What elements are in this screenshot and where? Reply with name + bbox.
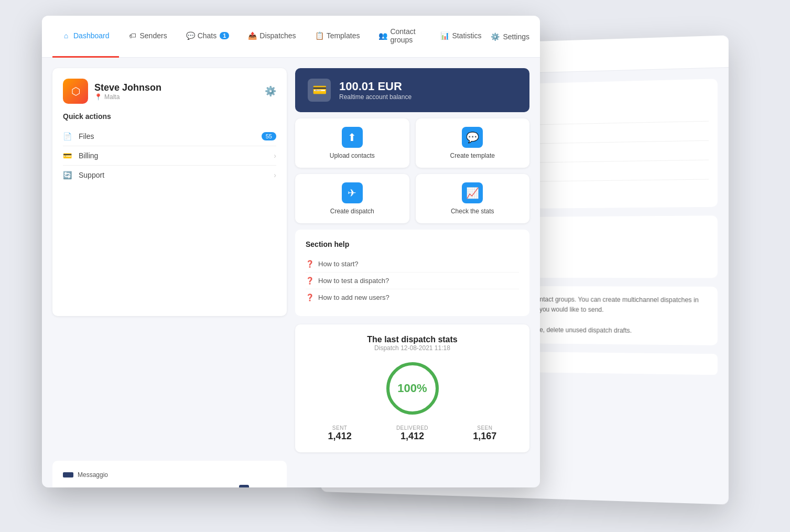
percent-circle: 100% xyxy=(386,362,439,415)
nav-item-senders[interactable]: 🏷 Senders xyxy=(119,16,177,58)
create-template-icon: 💬 xyxy=(462,127,483,148)
help-item-2[interactable]: ❓ How to add new users? xyxy=(306,289,519,306)
help-card: Section help ❓ How to start? ❓ How to te… xyxy=(295,230,529,316)
quick-actions-title: Quick actions xyxy=(63,112,276,121)
user-name: Steve Johnson xyxy=(94,82,161,93)
dispatch-icon: 📤 xyxy=(248,31,256,40)
help-item-0[interactable]: ❓ How to start? xyxy=(306,256,519,273)
main-window: ⌂ Dashboard 🏷 Senders 💬 Chats 1 📤 Dispat… xyxy=(42,16,540,487)
nav-item-statistics[interactable]: 📊 Statistics xyxy=(431,16,491,58)
stat-delivered: DELIVERED 1,412 xyxy=(396,425,428,442)
avatar: ⬡ xyxy=(63,79,88,104)
stats-numbers: SENT 1,412 DELIVERED 1,412 SEEN 1,167 xyxy=(306,425,519,442)
check-stats-button[interactable]: 📈 Check the stats xyxy=(416,174,530,223)
nav-bar: ⌂ Dashboard 🏷 Senders 💬 Chats 1 📤 Dispat… xyxy=(42,16,540,58)
settings-nav[interactable]: ⚙️ Settings xyxy=(491,32,529,41)
help-icon-0: ❓ xyxy=(306,260,314,268)
circle-container: 100% xyxy=(306,362,519,415)
nav-item-dispatches[interactable]: 📤 Dispatches xyxy=(239,16,305,58)
chart-bar xyxy=(239,485,250,487)
stat-sent: SENT 1,412 xyxy=(328,425,352,442)
chart-bars xyxy=(63,485,276,487)
house-icon: ⌂ xyxy=(62,31,70,40)
nav-item-dashboard[interactable]: ⌂ Dashboard xyxy=(52,16,119,58)
nav-item-contact-groups[interactable]: 👥 Contact groups xyxy=(369,16,431,58)
create-dispatch-button[interactable]: ✈ Create dispatch xyxy=(295,174,409,223)
quick-action-files[interactable]: 📄 Files 55 xyxy=(63,127,276,146)
balance-icon: 💳 xyxy=(308,79,331,102)
upload-contacts-icon: ⬆ xyxy=(342,127,363,148)
user-location: 📍 Malta xyxy=(94,93,161,101)
quick-action-billing[interactable]: 💳 Billing › xyxy=(63,146,276,166)
support-arrow: › xyxy=(274,171,276,179)
billing-arrow: › xyxy=(274,151,276,160)
nav-item-templates[interactable]: 📋 Templates xyxy=(306,16,370,58)
create-template-button[interactable]: 💬 Create template xyxy=(416,118,530,168)
quick-action-support[interactable]: 🔄 Support › xyxy=(63,166,276,184)
pin-icon: 📍 xyxy=(94,93,102,101)
nav-items: ⌂ Dashboard 🏷 Senders 💬 Chats 1 📤 Dispat… xyxy=(52,16,491,58)
user-card: ⬡ Steve Johnson 📍 Malta ⚙️ Quick actions… xyxy=(52,68,287,316)
help-icon-1: ❓ xyxy=(306,277,314,285)
balance-amount: 100.01 EUR xyxy=(339,80,412,93)
help-title: Section help xyxy=(306,240,519,248)
help-item-1[interactable]: ❓ How to test a dispatch? xyxy=(306,273,519,289)
stats-card: The last dispatch stats Dispatch 12-08-2… xyxy=(295,324,529,452)
contacts-icon: 👥 xyxy=(378,31,387,40)
create-dispatch-icon: ✈ xyxy=(342,182,363,203)
user-header: ⬡ Steve Johnson 📍 Malta ⚙️ xyxy=(63,79,276,104)
nav-item-chats[interactable]: 💬 Chats 1 xyxy=(177,16,239,58)
files-badge: 55 xyxy=(262,132,276,140)
chat-icon: 💬 xyxy=(186,31,194,40)
balance-card: 💳 100.01 EUR Realtime account balance xyxy=(295,68,529,112)
chart-card: Messaggio xyxy=(52,461,287,487)
user-settings-button[interactable]: ⚙️ xyxy=(265,85,276,97)
actions-grid: ⬆ Upload contacts 💬 Create template ✈ Cr… xyxy=(295,118,529,223)
stats-icon: 📊 xyxy=(440,31,449,40)
gear-icon: ⚙️ xyxy=(491,32,500,41)
stats-subtitle: Dispatch 12-08-2021 11:18 xyxy=(306,344,519,352)
content-area: ⬡ Steve Johnson 📍 Malta ⚙️ Quick actions… xyxy=(42,58,540,487)
help-icon-2: ❓ xyxy=(306,294,314,301)
stat-seen: SEEN 1,167 xyxy=(473,425,496,442)
legend-box xyxy=(63,472,73,477)
template-icon: 📋 xyxy=(315,31,323,40)
user-info: Steve Johnson 📍 Malta xyxy=(94,82,161,101)
tag-icon: 🏷 xyxy=(128,31,137,40)
upload-contacts-button[interactable]: ⬆ Upload contacts xyxy=(295,118,409,168)
file-icon: 📄 xyxy=(63,132,73,140)
stats-title: The last dispatch stats xyxy=(306,335,519,344)
balance-label: Realtime account balance xyxy=(339,93,412,101)
chart-legend: Messaggio xyxy=(63,471,276,479)
support-icon: 🔄 xyxy=(63,171,73,179)
chats-badge: 1 xyxy=(220,32,229,39)
billing-icon: 💳 xyxy=(63,151,73,160)
check-stats-icon: 📈 xyxy=(462,182,483,203)
